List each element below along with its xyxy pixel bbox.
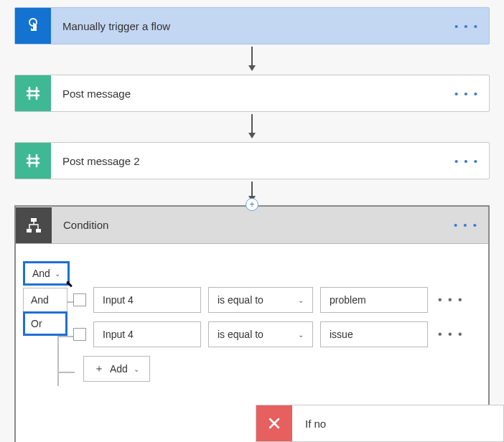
row-checkbox[interactable] bbox=[73, 328, 86, 341]
condition-title: Condition bbox=[52, 219, 444, 231]
action-menu[interactable]: • • • bbox=[444, 88, 489, 100]
plus-icon[interactable]: + bbox=[246, 198, 258, 211]
value-field[interactable]: problem bbox=[320, 287, 428, 313]
tree-connector bbox=[57, 372, 75, 373]
hash-icon bbox=[24, 151, 42, 170]
slack-icon bbox=[15, 143, 51, 179]
trigger-icon bbox=[15, 8, 51, 44]
chevron-down-icon: ⌄ bbox=[134, 365, 139, 373]
if-no-icon bbox=[256, 405, 292, 441]
comparator-label: is equal to bbox=[218, 294, 263, 306]
row-menu[interactable]: • • • bbox=[435, 328, 467, 341]
operator-selector[interactable]: And ⌄ ⬉ bbox=[23, 261, 70, 286]
connector-arrow bbox=[14, 47, 490, 72]
hash-icon bbox=[24, 84, 42, 103]
svg-rect-8 bbox=[27, 229, 32, 232]
chevron-down-icon: ⌄ bbox=[298, 296, 304, 304]
svg-rect-7 bbox=[31, 218, 37, 222]
connector-arrow bbox=[14, 114, 490, 140]
add-label: Add bbox=[110, 363, 128, 375]
operand-field[interactable]: Input 4 bbox=[93, 321, 201, 347]
value-field[interactable]: issue bbox=[320, 321, 428, 347]
svg-marker-2 bbox=[248, 65, 256, 71]
chevron-down-icon: ⌄ bbox=[55, 270, 60, 278]
svg-rect-9 bbox=[36, 229, 41, 232]
condition-menu[interactable]: • • • bbox=[444, 219, 488, 231]
condition-icon bbox=[16, 207, 52, 243]
add-row-button[interactable]: ＋ Add ⌄ bbox=[83, 356, 150, 382]
operator-option-and[interactable]: And bbox=[23, 288, 67, 312]
trigger-card[interactable]: Manually trigger a flow • • • bbox=[14, 7, 490, 44]
if-no-branch[interactable]: If no bbox=[256, 405, 504, 442]
trigger-title: Manually trigger a flow bbox=[51, 20, 444, 32]
operator-label: And bbox=[32, 268, 50, 279]
plus-icon: ＋ bbox=[94, 362, 104, 375]
row-checkbox[interactable] bbox=[73, 293, 86, 306]
close-icon bbox=[267, 416, 281, 431]
comparator-label: is equal to bbox=[218, 329, 263, 340]
svg-marker-4 bbox=[248, 133, 256, 138]
touch-icon bbox=[24, 17, 42, 35]
row-menu[interactable]: • • • bbox=[435, 293, 467, 306]
action-title: Post message 2 bbox=[51, 155, 444, 167]
branch-icon bbox=[24, 216, 43, 235]
condition-row: Input 4 is equal to ⌄ issue • • • bbox=[73, 321, 477, 347]
condition-branches: If no bbox=[0, 405, 504, 442]
comparator-select[interactable]: is equal to ⌄ bbox=[208, 321, 313, 347]
comparator-select[interactable]: is equal to ⌄ bbox=[208, 287, 313, 313]
action-card-post-message[interactable]: Post message • • • bbox=[14, 75, 490, 112]
operand-field[interactable]: Input 4 bbox=[93, 287, 201, 313]
if-no-label: If no bbox=[292, 418, 326, 430]
slack-icon bbox=[15, 75, 51, 111]
chevron-down-icon: ⌄ bbox=[298, 331, 304, 339]
trigger-menu[interactable]: • • • bbox=[444, 20, 489, 32]
operator-dropdown: And Or bbox=[23, 288, 67, 336]
action-title: Post message bbox=[51, 88, 444, 100]
condition-header[interactable]: Condition • • • bbox=[16, 207, 488, 244]
operator-option-or[interactable]: Or bbox=[23, 311, 67, 336]
condition-row: Input 4 is equal to ⌄ problem • • • bbox=[73, 287, 477, 313]
action-card-post-message-2[interactable]: Post message 2 • • • bbox=[14, 142, 490, 179]
action-menu[interactable]: • • • bbox=[444, 155, 489, 167]
